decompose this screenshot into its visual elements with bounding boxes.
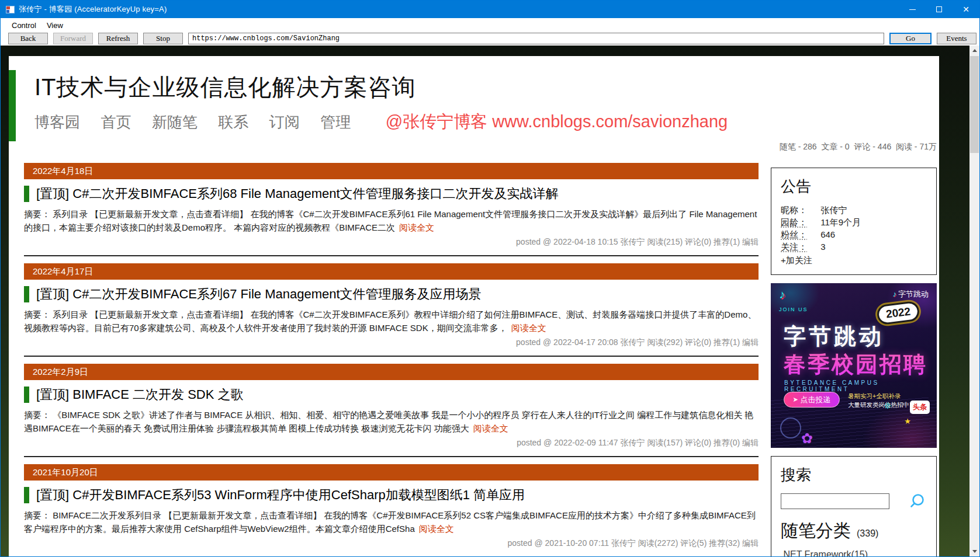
maximize-icon: [936, 6, 942, 12]
post-summary: 摘要： 系列目录 【已更新最新开发文章，点击查看详细】 在我的博客《C#二次开发…: [24, 308, 759, 335]
post-title-link[interactable]: [置顶] C#开发BIMFACE系列53 WinForm程序中使用CefShar…: [24, 487, 759, 503]
content-columns: 2022年4月18日 [置顶] C#二次开发BIMFACE系列68 File M…: [9, 158, 939, 556]
menu-control[interactable]: Control: [6, 20, 41, 31]
window-controls: ✕: [899, 1, 979, 18]
categories-title-text: 随笔分类: [781, 521, 851, 540]
ad-apply-label: 点击投递: [801, 395, 831, 405]
app-window: 张传宁 - 博客园 (AcceleratorKeyUp key=A) ✕ Con…: [0, 0, 980, 557]
post-meta[interactable]: posted @ 2022-02-09 11:47 张传宁 阅读(157) 评论…: [24, 438, 759, 448]
notice-title: 公告: [781, 176, 927, 197]
header-accent-bar: [9, 70, 16, 141]
post-summary-text: 摘要： 系列目录 【已更新最新开发文章，点击查看详细】 在我的博客《C#二次开发…: [24, 309, 756, 333]
ad-note-line2: 大量研发类岗位热招中: [848, 401, 909, 408]
ad-year-badge: 2022: [876, 301, 920, 326]
post-title-link[interactable]: [置顶] C#二次开发BIMFACE系列68 File Management文件…: [24, 186, 759, 202]
events-button[interactable]: Events: [937, 33, 976, 44]
blog-subtitle: @张传宁博客 www.cnblogs.com/savionzhang: [386, 111, 728, 132]
search-title: 搜索: [781, 465, 927, 485]
notice-label: 园龄：: [781, 216, 813, 228]
menu-bar: Control View: [1, 18, 979, 32]
menu-view[interactable]: View: [41, 20, 68, 31]
search-icon[interactable]: [908, 492, 926, 510]
blog-page: IT技术与企业级信息化解决方案咨询 博客园 首页 新随笔 联系 订阅 管理 @张…: [9, 56, 939, 556]
post-summary: 摘要： BIMFACE二次开发系列目录 【已更新最新开发文章，点击查看详细】 在…: [24, 509, 759, 535]
posts-column: 2022年4月18日 [置顶] C#二次开发BIMFACE系列68 File M…: [24, 158, 759, 556]
ad-join-us: JOIN US: [779, 307, 808, 312]
browser-viewport: IT技术与企业级信息化解决方案咨询 博客园 首页 新随笔 联系 订阅 管理 @张…: [1, 46, 979, 556]
browser-toolbar: Back Forward Refresh Stop Go Events: [1, 32, 979, 46]
nav-item-blogyuan[interactable]: 博客园: [34, 112, 80, 133]
scroll-down-button[interactable]: [969, 546, 979, 556]
notice-value: 张传宁: [820, 205, 847, 215]
post-separator: [24, 255, 759, 256]
notice-label: 粉丝：: [781, 228, 813, 241]
titlebar[interactable]: 张传宁 - 博客园 (AcceleratorKeyUp key=A) ✕: [1, 1, 979, 18]
vertical-scrollbar[interactable]: [969, 46, 979, 556]
notice-row-fans: 粉丝： 646: [781, 228, 927, 241]
search-input[interactable]: [781, 493, 889, 509]
post-title-link[interactable]: [置顶] C#二次开发BIMFACE系列67 File Management文件…: [24, 286, 759, 302]
ad-headline-2: 春季校园招聘: [784, 350, 927, 380]
ad-apply-button[interactable]: ➤点击投递: [784, 392, 840, 408]
blog-title: IT技术与企业级信息化解决方案咨询: [34, 71, 939, 103]
post-separator: [24, 456, 759, 457]
categories-count: (339): [857, 528, 878, 538]
maximize-button[interactable]: [926, 1, 953, 18]
close-button[interactable]: ✕: [953, 1, 979, 18]
post-entry: 2021年10月20日 [置顶] C#开发BIMFACE系列53 WinForm…: [24, 456, 759, 549]
cursor-icon: ➤: [792, 396, 798, 403]
flower-icon: ✿: [801, 430, 813, 447]
follow-link[interactable]: +加关注: [781, 255, 927, 266]
notice-box: 公告 昵称： 张传宁 园龄： 11年9个月 粉丝： 646: [771, 168, 937, 275]
scroll-up-button[interactable]: [969, 46, 979, 55]
read-more-link[interactable]: 阅读全文: [419, 524, 454, 534]
post-entry: 2022年4月17日 [置顶] C#二次开发BIMFACE系列67 File M…: [24, 255, 759, 348]
ad-note-line1: 暑期实习+全职补录: [848, 392, 901, 399]
star-icon: ★: [904, 417, 911, 426]
search-box: 搜索 随笔分类(339) .NET Framework(15) .NET Sta…: [771, 456, 937, 556]
read-more-link[interactable]: 阅读全文: [473, 423, 508, 433]
read-more-link[interactable]: 阅读全文: [511, 323, 546, 333]
ad-stamp-decoration: [780, 417, 801, 438]
post-summary: 摘要： 《BIMFACE SDK 之歌》讲述了作者与 BIMFACE 从相识、相…: [24, 408, 759, 435]
post-meta[interactable]: posted @ 2022-04-17 20:08 张传宁 阅读(292) 评论…: [24, 337, 759, 348]
blog-stats: 随笔 - 286 文章 - 0 评论 - 446 阅读 - 71万: [9, 142, 939, 152]
nav-item-subscribe[interactable]: 订阅: [269, 112, 300, 133]
nav-item-new-post[interactable]: 新随笔: [152, 112, 198, 133]
back-button[interactable]: Back: [8, 33, 48, 44]
scrollbar-thumb[interactable]: [970, 56, 979, 153]
nav-item-contact[interactable]: 联系: [218, 112, 248, 133]
read-more-link[interactable]: 阅读全文: [399, 222, 434, 232]
stop-button[interactable]: Stop: [143, 33, 183, 44]
notice-row-age: 园龄： 11年9个月: [781, 216, 927, 228]
refresh-button[interactable]: Refresh: [98, 33, 138, 44]
notice-row-nickname: 昵称： 张传宁: [781, 204, 927, 216]
bytedance-ad-banner[interactable]: ♪ JOIN US ♪字节跳动 2022 字节跳动 春季校园招聘 BYTEDAN…: [771, 283, 937, 448]
nav-item-manage[interactable]: 管理: [320, 112, 351, 133]
ad-tagline: BYTEDANCE CAMPUS RECRUITMENT: [784, 380, 937, 392]
url-input[interactable]: [188, 33, 884, 44]
post-entry: 2022年2月9日 [置顶] BIMFACE 二次开发 SDK 之歌 摘要： 《…: [24, 356, 759, 448]
post-title-link[interactable]: [置顶] BIMFACE 二次开发 SDK 之歌: [24, 387, 759, 403]
notice-value: 11年9个月: [820, 217, 861, 227]
notice-label: 昵称：: [781, 204, 813, 216]
app-icon: [6, 6, 15, 13]
go-button[interactable]: Go: [889, 33, 931, 44]
scroll-up-icon: [972, 49, 977, 52]
search-row: [781, 492, 927, 510]
bytedance-logo: ♪字节跳动: [893, 289, 929, 300]
forward-button[interactable]: Forward: [53, 33, 93, 44]
post-date-header: 2021年10月20日: [24, 464, 759, 481]
ad-headline-1: 字节跳动: [784, 322, 884, 351]
post-summary-text: 摘要： BIMFACE二次开发系列目录 【已更新最新开发文章，点击查看详细】 在…: [24, 510, 756, 534]
minimize-button[interactable]: [899, 1, 926, 18]
ad-notes: 暑期实习+全职补录 大量研发类岗位热招中: [848, 392, 909, 409]
notice-value: 3: [820, 242, 825, 252]
post-date-header: 2022年4月18日: [24, 163, 759, 179]
notice-value: 646: [820, 229, 835, 239]
post-meta[interactable]: posted @ 2021-10-20 07:11 张传宁 阅读(2272) 评…: [24, 538, 759, 549]
nav-item-home[interactable]: 首页: [101, 112, 131, 133]
post-meta[interactable]: posted @ 2022-04-18 10:15 张传宁 阅读(215) 评论…: [24, 237, 759, 248]
category-link-net-framework[interactable]: .NET Framework(15): [781, 548, 927, 556]
post-summary-text: 摘要： 《BIMFACE SDK 之歌》讲述了作者与 BIMFACE 从相识、相…: [24, 410, 753, 433]
